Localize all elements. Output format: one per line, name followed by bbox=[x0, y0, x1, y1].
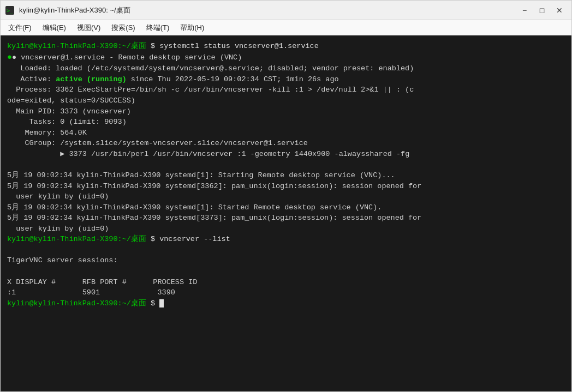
mainpid-line: Main PID: 3373 (vncserver) bbox=[7, 107, 131, 116]
menu-search[interactable]: 搜索(S) bbox=[106, 20, 140, 35]
terminal-output[interactable]: kylin@kylin-ThinkPad-X390:~/桌面 $ systemc… bbox=[1, 35, 571, 391]
cmd-2-text bbox=[146, 235, 151, 243]
prompt-2: kylin@kylin-ThinkPad-X390:~/桌面 bbox=[7, 235, 146, 243]
vnc-columns: X DISPLAY # RFB PORT # PROCESS ID bbox=[7, 278, 197, 286]
menu-help[interactable]: 帮助(H) bbox=[175, 20, 210, 35]
prompt-1: kylin@kylin-ThinkPad-X390:~/桌面 bbox=[7, 42, 146, 50]
window-title: kylin@kylin-ThinkPad-X390: ~/桌面 bbox=[19, 5, 130, 15]
memory-line: Memory: 564.0K bbox=[7, 129, 87, 137]
cmd-2: $ vncserver --list bbox=[151, 235, 230, 243]
menubar: 文件(F) 编辑(E) 视图(V) 搜索(S) 终端(T) 帮助(H) bbox=[1, 20, 571, 35]
log-line1: 5月 19 09:02:34 kylin-ThinkPad-X390 syste… bbox=[7, 171, 395, 179]
cmd-3 bbox=[146, 299, 151, 307]
window-controls: − □ ✕ bbox=[517, 4, 567, 17]
titlebar: >_ kylin@kylin-ThinkPad-X390: ~/桌面 − □ ✕ bbox=[1, 1, 571, 20]
cursor bbox=[159, 299, 164, 307]
cmd-3-symbol: $ bbox=[151, 299, 155, 307]
vnc-row: :1 5901 3390 bbox=[7, 288, 175, 297]
cmd-1-text: $ systemctl status vncserver@1.service bbox=[151, 42, 319, 50]
tigervnc-header: TigerVNC server sessions: bbox=[7, 256, 118, 264]
menu-edit[interactable]: 编辑(E) bbox=[37, 20, 72, 35]
process-line: Process: 3362 ExecStartPre=/bin/sh -c /u… bbox=[7, 86, 414, 94]
cgroup-detail: ▶ 3373 /usr/bin/perl /usr/bin/vncserver … bbox=[7, 150, 409, 158]
log-line4: 5月 19 09:02:34 kylin-ThinkPad-X390 syste… bbox=[7, 214, 421, 222]
loaded-line: Loaded: loaded (/etc/systemd/system/vncs… bbox=[7, 64, 414, 73]
titlebar-left: >_ kylin@kylin-ThinkPad-X390: ~/桌面 bbox=[5, 5, 130, 15]
close-button[interactable]: ✕ bbox=[552, 4, 567, 17]
menu-file[interactable]: 文件(F) bbox=[3, 20, 37, 35]
log-line4b: user kylin by (uid=0) bbox=[7, 225, 109, 233]
menu-terminal[interactable]: 终端(T) bbox=[141, 20, 175, 35]
cgroup-line: CGroup: /system.slice/system-vncserver.s… bbox=[7, 139, 308, 147]
menu-view[interactable]: 视图(V) bbox=[72, 20, 106, 35]
log-line2b: user kylin by (uid=0) bbox=[7, 192, 109, 201]
cmd-1 bbox=[146, 42, 151, 50]
tasks-line: Tasks: 0 (limit: 9093) bbox=[7, 118, 127, 126]
process-line2: ode=exited, status=0/SUCCESS) bbox=[7, 97, 135, 105]
service-line: ● vncserver@1.service - Remote desktop s… bbox=[12, 53, 242, 62]
active-status: active (running) bbox=[56, 75, 127, 83]
svg-text:>_: >_ bbox=[7, 8, 14, 14]
prompt-3: kylin@kylin-ThinkPad-X390:~/桌面 bbox=[7, 299, 146, 307]
minimize-button[interactable]: − bbox=[517, 4, 532, 17]
log-line2: 5月 19 09:02:34 kylin-ThinkPad-X390 syste… bbox=[7, 182, 421, 190]
maximize-button[interactable]: □ bbox=[534, 4, 550, 17]
app-icon: >_ bbox=[5, 5, 15, 15]
status-dot: ● bbox=[7, 53, 12, 62]
terminal-window: >_ kylin@kylin-ThinkPad-X390: ~/桌面 − □ ✕… bbox=[0, 0, 572, 392]
active-label: Active: bbox=[7, 75, 56, 83]
active-since: since Thu 2022-05-19 09:02:34 CST; 1min … bbox=[127, 75, 339, 83]
log-line3: 5月 19 09:02:34 kylin-ThinkPad-X390 syste… bbox=[7, 203, 382, 212]
